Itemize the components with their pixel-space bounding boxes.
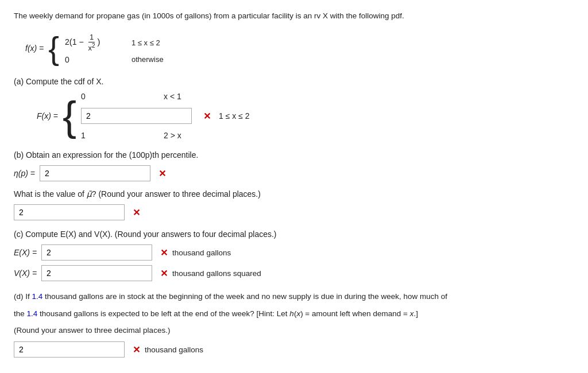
part-d-highlight1: 1.4 [32,292,43,301]
part-c-ex-unit: thousand gallons [172,248,231,257]
pdf-case1-cond: 1 ≤ x ≤ 2 [131,38,160,47]
cdf-case1-expr: 0 [81,92,156,101]
pdf-cases: 2(1 − 1x2) 1 ≤ x ≤ 2 0 otherwise [65,33,164,64]
part-c-vx-input-box[interactable] [41,265,152,281]
part-b-input-box[interactable] [40,165,150,181]
pdf-case1-expr: 2(1 − 1x2) [65,33,122,53]
part-c-ex-row: E(X) = ✕ thousand gallons [14,244,574,261]
part-b2-input-box[interactable] [14,204,125,220]
cdf-row-3: 1 2 > x [81,131,265,140]
cdf-case2-xmark: ✕ [203,111,211,122]
part-b2-heading: What is the value of μ̃? (Round your ans… [14,189,574,199]
pdf-case2-cond: otherwise [131,55,164,64]
cdf-row-2: ✕ 1 ≤ x ≤ 2 [81,108,265,124]
part-d-text3: (Round your answer to three decimal plac… [14,324,574,337]
intro-text: The weekly demand for propane gas (in 10… [14,10,574,22]
cdf-row-1: 0 x < 1 [81,92,265,101]
Fx-label: F(x) = [37,111,58,121]
part-b-label: η(p) = [14,169,35,178]
cdf-case3-cond: 2 > x [164,131,210,140]
part-c: (c) Compute E(X) and V(X). (Round your a… [14,230,574,281]
part-b2: What is the value of μ̃? (Round your ans… [14,189,574,220]
part-c-vx-row: V(X) = ✕ thousand gallons squared [14,265,574,281]
part-c-vx-label: V(X) = [14,269,37,278]
cdf-case2-input-box[interactable] [81,108,192,124]
pdf-case1: 2(1 − 1x2) 1 ≤ x ≤ 2 [65,33,164,53]
part-c-vx-xmark: ✕ [160,268,168,279]
fx-label: f(x) = [25,44,44,53]
part-d-input[interactable] [19,345,119,354]
part-d-unit: thousand gallons [145,345,203,354]
part-b: (b) Obtain an expression for the (100p)t… [14,150,574,181]
cdf-case2-input[interactable] [86,111,187,121]
cdf-section: F(x) = { 0 x < 1 ✕ 1 ≤ x ≤ 2 1 2 > x [37,92,574,140]
part-c-ex-input-box[interactable] [41,244,152,261]
part-d-input-box[interactable] [14,341,125,358]
part-d-text: (d) If 1.4 thousand gallons are in stock… [14,290,574,303]
cdf-cases: 0 x < 1 ✕ 1 ≤ x ≤ 2 1 2 > x [81,92,265,140]
part-b2-input[interactable] [19,208,119,217]
part-c-vx-input[interactable] [47,269,147,278]
part-b-row: η(p) = ✕ [14,165,574,181]
part-b-input[interactable] [45,169,145,178]
part-c-ex-input[interactable] [47,248,147,257]
part-c-heading: (c) Compute E(X) and V(X). (Round your a… [14,230,574,239]
pdf-section: f(x) = { 2(1 − 1x2) 1 ≤ x ≤ 2 0 otherwis… [25,32,574,64]
part-c-vx-unit: thousand gallons squared [172,269,261,278]
part-d: (d) If 1.4 thousand gallons are in stock… [14,290,574,358]
part-b-heading: (b) Obtain an expression for the (100p)t… [14,150,574,160]
part-a-heading: (a) Compute the cdf of X. [14,77,574,86]
part-b2-row: ✕ [14,204,574,220]
pdf-case2-expr: 0 [65,55,122,64]
part-d-text2: the 1.4 thousand gallons is expected to … [14,308,574,320]
pdf-case2: 0 otherwise [65,55,164,64]
cdf-case2-cond: 1 ≤ x ≤ 2 [219,111,265,121]
pdf-brace: { [48,32,59,64]
part-c-ex-label: E(X) = [14,248,37,257]
part-b-xmark: ✕ [158,168,166,179]
part-d-highlight2: 1.4 [27,309,38,318]
part-b2-xmark: ✕ [133,207,140,218]
cdf-brace: { [63,96,76,135]
part-a: (a) Compute the cdf of X. F(x) = { 0 x <… [14,77,574,140]
cdf-case3-expr: 1 [81,131,156,140]
part-c-ex-xmark: ✕ [160,247,168,258]
part-d-xmark: ✕ [133,344,140,355]
cdf-case1-cond: x < 1 [164,92,210,101]
part-d-row: ✕ thousand gallons [14,341,574,358]
